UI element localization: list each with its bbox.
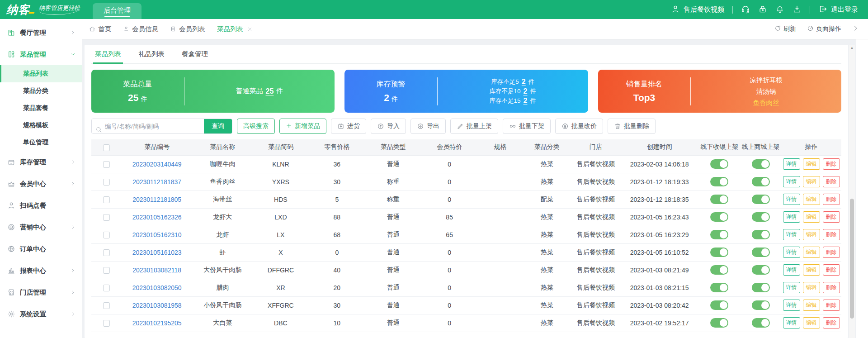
detail-button[interactable]: 详情 xyxy=(783,229,800,240)
mall-toggle[interactable] xyxy=(752,195,770,204)
row-checkbox[interactable] xyxy=(103,232,110,238)
page-tab-菜品列表[interactable]: 菜品列表 xyxy=(217,25,253,33)
module-tab-菜品列表[interactable]: 菜品列表 xyxy=(95,45,121,63)
nav-tab-backend[interactable]: 后台管理 xyxy=(93,3,142,19)
bell-slot[interactable] xyxy=(775,5,784,15)
sidebar-subitem-菜品列表[interactable]: 菜品列表 xyxy=(0,65,82,82)
sidebar-item-系统设置[interactable]: 系统设置 xyxy=(0,303,82,325)
select-all-checkbox[interactable] xyxy=(103,144,110,151)
cell-id[interactable]: 20230203140449 xyxy=(121,155,193,173)
edit-button[interactable]: 编辑 xyxy=(803,176,820,187)
close-tab-icon[interactable] xyxy=(247,26,253,32)
cell-id[interactable]: 20230105162326 xyxy=(121,208,193,226)
pos-toggle[interactable] xyxy=(710,212,728,222)
sidebar-item-订单中心[interactable]: 订单中心 xyxy=(0,238,82,260)
mall-toggle[interactable] xyxy=(752,159,770,169)
pos-toggle[interactable] xyxy=(710,159,728,169)
detail-button[interactable]: 详情 xyxy=(783,300,800,311)
cell-id[interactable]: 20230105161023 xyxy=(121,243,193,261)
mall-toggle[interactable] xyxy=(752,230,770,239)
edit-button[interactable]: 编辑 xyxy=(803,282,820,293)
detail-button[interactable]: 详情 xyxy=(783,176,800,187)
edit-button[interactable]: 编辑 xyxy=(803,229,820,240)
toolbar-button-导入[interactable]: 导入 xyxy=(371,119,406,134)
query-button[interactable]: 查询 xyxy=(204,119,232,133)
pos-toggle[interactable] xyxy=(710,195,728,204)
delete-button[interactable]: 删除 xyxy=(823,247,840,258)
pos-toggle[interactable] xyxy=(710,318,728,328)
edit-button[interactable]: 编辑 xyxy=(803,247,820,258)
edit-button[interactable]: 编辑 xyxy=(803,317,820,328)
module-tab-礼品列表[interactable]: 礼品列表 xyxy=(138,45,165,63)
detail-button[interactable]: 详情 xyxy=(783,317,800,328)
sidebar-item-扫码点餐[interactable]: 扫码点餐 xyxy=(0,195,82,216)
headset-slot[interactable] xyxy=(741,5,750,15)
sidebar-subitem-菜品分类[interactable]: 菜品分类 xyxy=(0,82,82,100)
sidebar-item-库存管理[interactable]: 库存管理 xyxy=(0,151,82,173)
cell-id[interactable]: 20230103082050 xyxy=(121,279,193,296)
delete-button[interactable]: 删除 xyxy=(823,229,840,240)
mall-toggle[interactable] xyxy=(752,212,770,222)
delete-button[interactable]: 删除 xyxy=(823,194,840,205)
sidebar-subitem-单位管理[interactable]: 单位管理 xyxy=(0,134,82,151)
row-checkbox[interactable] xyxy=(103,214,110,221)
tabbar-more-slot[interactable] xyxy=(852,25,859,33)
edit-button[interactable]: 编辑 xyxy=(803,158,820,170)
edit-button[interactable]: 编辑 xyxy=(803,264,820,276)
detail-button[interactable]: 详情 xyxy=(783,194,800,205)
page-tab-会员信息[interactable]: 会员信息 xyxy=(123,25,158,33)
row-checkbox[interactable] xyxy=(103,196,110,203)
lock-slot[interactable] xyxy=(758,5,767,15)
cell-id[interactable]: 20230102195205 xyxy=(121,314,193,332)
content-scrollbar[interactable]: ▲ xyxy=(849,45,855,338)
page-ops-button[interactable]: 页面操作 xyxy=(807,25,841,33)
detail-button[interactable]: 详情 xyxy=(783,282,800,293)
delete-button[interactable]: 删除 xyxy=(823,264,840,276)
scroll-up-icon[interactable]: ▲ xyxy=(849,45,855,51)
page-tab-会员列表[interactable]: 会员列表 xyxy=(170,25,205,33)
mall-toggle[interactable] xyxy=(752,300,770,310)
mall-toggle[interactable] xyxy=(752,177,770,186)
pos-toggle[interactable] xyxy=(710,248,728,257)
toolbar-button-批量下架[interactable]: 批量下架 xyxy=(503,119,551,134)
detail-button[interactable]: 详情 xyxy=(783,158,800,170)
edit-button[interactable]: 编辑 xyxy=(803,300,820,311)
toolbar-button-进货[interactable]: 进货 xyxy=(331,119,366,134)
mall-toggle[interactable] xyxy=(752,318,770,328)
row-checkbox[interactable] xyxy=(103,267,110,274)
row-checkbox[interactable] xyxy=(103,320,110,327)
sidebar-item-菜品管理[interactable]: 菜品管理 xyxy=(0,43,82,65)
delete-button[interactable]: 删除 xyxy=(823,211,840,223)
row-checkbox[interactable] xyxy=(103,161,110,168)
row-checkbox[interactable] xyxy=(103,285,110,291)
refresh-button[interactable]: 刷新 xyxy=(774,25,796,33)
mall-toggle[interactable] xyxy=(752,265,770,275)
detail-button[interactable]: 详情 xyxy=(783,211,800,223)
scrollbar-thumb[interactable] xyxy=(850,199,854,319)
cell-id[interactable]: 20230112181805 xyxy=(121,190,193,208)
page-tab-首页[interactable]: 首页 xyxy=(89,25,111,33)
module-tab-餐盒管理[interactable]: 餐盒管理 xyxy=(182,45,208,63)
row-checkbox[interactable] xyxy=(103,179,110,186)
sidebar-item-会员中心[interactable]: 会员中心 xyxy=(0,173,82,195)
sidebar-item-营销中心[interactable]: 营销中心 xyxy=(0,216,82,238)
mall-toggle[interactable] xyxy=(752,283,770,292)
row-checkbox[interactable] xyxy=(103,249,110,256)
user-chip[interactable]: 售后餐饮视频 xyxy=(671,5,724,15)
add-dish-button[interactable]: 新增菜品 xyxy=(279,119,326,134)
logout-button[interactable]: 退出登录 xyxy=(818,5,858,15)
cell-id[interactable]: 20230112181837 xyxy=(121,173,193,190)
pos-toggle[interactable] xyxy=(710,300,728,310)
toolbar-button-批量改价[interactable]: 批量改价 xyxy=(555,119,603,134)
pos-toggle[interactable] xyxy=(710,177,728,186)
toolbar-button-导出[interactable]: 导出 xyxy=(410,119,446,134)
sidebar-item-餐厅管理[interactable]: 餐厅管理 xyxy=(0,22,82,43)
edit-button[interactable]: 编辑 xyxy=(803,211,820,223)
mall-toggle[interactable] xyxy=(752,248,770,257)
delete-button[interactable]: 删除 xyxy=(823,176,840,187)
sidebar-subitem-规格模板[interactable]: 规格模板 xyxy=(0,117,82,134)
pos-toggle[interactable] xyxy=(710,230,728,239)
edit-button[interactable]: 编辑 xyxy=(803,194,820,205)
sidebar-subitem-菜品套餐[interactable]: 菜品套餐 xyxy=(0,100,82,117)
pos-toggle[interactable] xyxy=(710,265,728,275)
